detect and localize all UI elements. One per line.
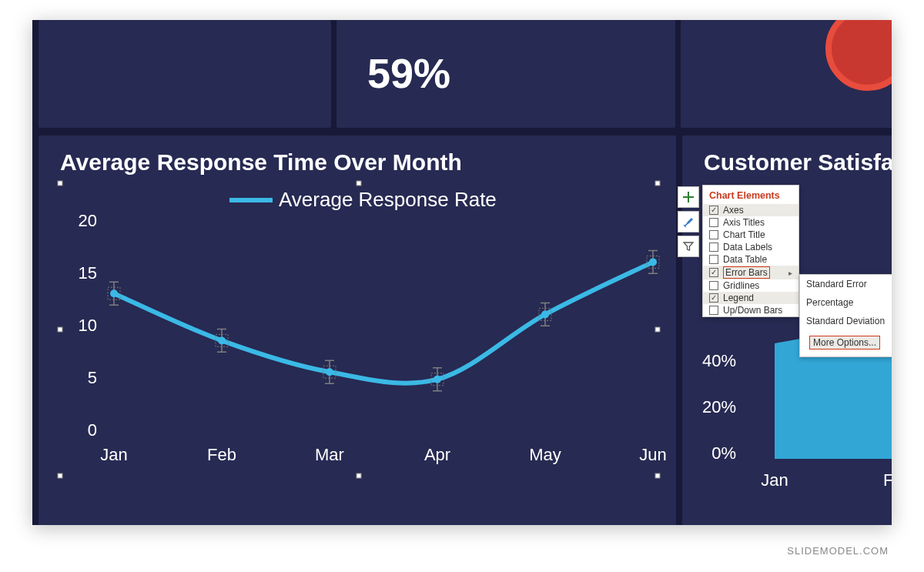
error-bars [109, 250, 658, 390]
submenu-standard-deviation[interactable]: Standard Deviation [800, 312, 892, 330]
flyout-title: Chart Elements [703, 186, 798, 204]
chart-quick-buttons [678, 186, 701, 260]
svg-point-20 [110, 289, 118, 297]
chart-selection-handles[interactable] [58, 181, 660, 478]
chart-elements-item-data-table[interactable]: Data Table [703, 253, 798, 266]
kpi-tile-right [681, 20, 892, 128]
checkbox-icon[interactable] [709, 243, 718, 252]
checkbox-icon[interactable] [709, 281, 718, 290]
watermark: SLIDEMODEL.COM [787, 545, 889, 557]
chart-elements-item-gridlines[interactable]: Gridlines [703, 279, 798, 292]
svg-text:Apr: Apr [424, 445, 450, 464]
svg-text:5: 5 [88, 368, 97, 387]
chart-title: Average Response Time Over Month [38, 135, 676, 176]
series-markers[interactable] [108, 256, 659, 385]
checkbox-icon[interactable]: ✓ [709, 206, 718, 215]
svg-point-24 [326, 368, 333, 376]
chart-styles-button[interactable] [678, 211, 699, 232]
x-axis: JanFebMarAprMayJun [100, 445, 666, 464]
svg-point-22 [218, 336, 226, 344]
svg-rect-7 [655, 473, 660, 478]
response-time-tile: Average Response Time Over Month [38, 135, 676, 525]
submenu-more-options[interactable]: More Options... [803, 332, 892, 353]
svg-text:0: 0 [88, 420, 97, 440]
svg-text:10: 10 [79, 316, 97, 335]
chart-elements-flyout[interactable]: Chart Elements ✓AxesAxis TitlesChart Tit… [702, 185, 799, 317]
kpi-tile-center: 59% [336, 20, 675, 128]
series-line[interactable] [114, 262, 653, 383]
kpi-value: 59% [367, 49, 450, 97]
svg-text:Feb: Feb [883, 470, 892, 490]
chart-elements-item-error-bars[interactable]: ✓Error Bars▸ [703, 266, 798, 279]
checkbox-icon[interactable] [709, 230, 718, 239]
svg-rect-1 [357, 181, 361, 186]
svg-text:20%: 20% [702, 397, 736, 416]
chart-elements-item-up-down-bars[interactable]: Up/Down Bars [703, 304, 798, 316]
line-chart-svg: Average Response Rate 05101520 JanFebMar… [60, 183, 658, 476]
svg-rect-4 [655, 327, 660, 332]
funnel-icon [682, 240, 695, 253]
response-time-chart[interactable]: Average Response Rate 05101520 JanFebMar… [60, 183, 658, 476]
svg-text:20: 20 [79, 211, 97, 230]
checkbox-icon[interactable]: ✓ [709, 268, 718, 277]
chart-elements-item-data-labels[interactable]: Data Labels [703, 241, 798, 253]
checkbox-icon[interactable] [709, 255, 718, 264]
submenu-standard-error[interactable]: Standard Error [800, 275, 892, 293]
svg-rect-0 [58, 181, 62, 186]
checkbox-icon[interactable]: ✓ [709, 293, 718, 303]
chart-filters-button[interactable] [678, 236, 699, 257]
svg-text:15: 15 [79, 263, 97, 283]
red-badge-icon [825, 20, 892, 91]
chevron-right-icon: ▸ [788, 269, 795, 277]
svg-rect-2 [655, 181, 660, 186]
legend-label: Average Response Rate [279, 188, 497, 211]
svg-text:Jan: Jan [761, 470, 788, 490]
svg-point-28 [541, 310, 549, 318]
error-bars-submenu[interactable]: Standard Error Percentage Standard Devia… [799, 274, 892, 357]
svg-text:Jan: Jan [100, 445, 127, 464]
slide-canvas: 59% Average Response Time Over Month [32, 20, 892, 525]
chart-legend: Average Response Rate [229, 188, 497, 211]
submenu-percentage[interactable]: Percentage [800, 293, 892, 312]
chart-elements-button[interactable] [678, 186, 699, 208]
svg-text:0%: 0% [711, 443, 736, 463]
svg-point-30 [649, 258, 657, 266]
kpi-tile-left [38, 20, 331, 128]
svg-rect-5 [58, 473, 62, 478]
chart-elements-item-axis-titles[interactable]: Axis Titles [703, 216, 798, 229]
svg-text:Jun: Jun [639, 445, 666, 464]
checkbox-icon[interactable] [709, 218, 718, 227]
chart-elements-item-axes[interactable]: ✓Axes [703, 204, 798, 216]
svg-rect-6 [357, 473, 361, 478]
svg-text:May: May [529, 445, 561, 464]
brush-icon [682, 216, 695, 228]
svg-text:Feb: Feb [207, 445, 236, 464]
right-chart-title: Customer Satisfa [682, 135, 892, 176]
chart-elements-item-legend[interactable]: ✓Legend [703, 292, 798, 304]
y-axis: 05101520 [79, 211, 97, 440]
checkbox-icon[interactable] [709, 306, 718, 315]
svg-text:Mar: Mar [315, 445, 344, 464]
svg-rect-3 [58, 327, 62, 332]
svg-text:40%: 40% [702, 351, 736, 370]
svg-point-26 [434, 376, 441, 383]
chart-elements-item-chart-title[interactable]: Chart Title [703, 229, 798, 241]
plus-icon [682, 191, 695, 203]
